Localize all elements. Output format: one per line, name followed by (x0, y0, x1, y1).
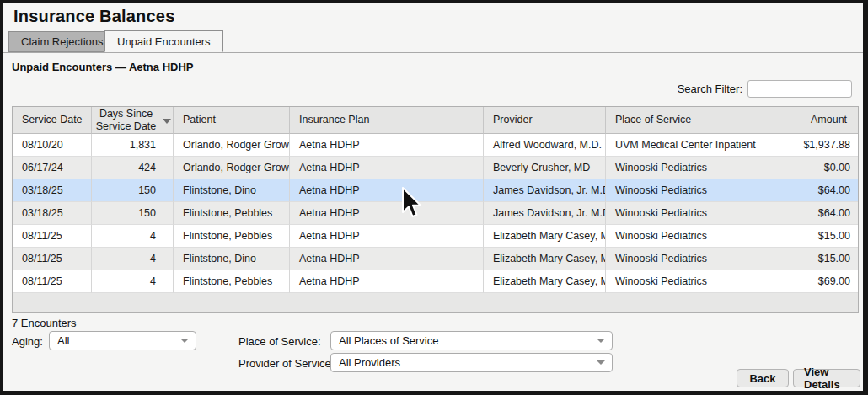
section-heading: Unpaid Encounters — Aetna HDHP (12, 61, 193, 73)
chevron-down-icon (180, 339, 189, 343)
cell-insurance-plan: Aetna HDHP (290, 248, 484, 270)
cell-days-since: 150 (92, 179, 174, 202)
cell-amount: $15.00 (801, 225, 858, 248)
chevron-down-icon (597, 339, 605, 343)
cell-amount: $15.00 (801, 248, 858, 270)
table-empty-area (13, 293, 858, 312)
insurance-balances-window: Insurance Balances Claim Rejections Unpa… (0, 0, 868, 395)
cell-amount: $64.00 (801, 179, 858, 202)
provider-of-service-filter-label: Provider of Service: (238, 357, 334, 370)
cell-days-since: 4 (92, 225, 174, 248)
cell-insurance-plan: Aetna HDHP (290, 270, 484, 293)
view-details-button[interactable]: View Details (793, 369, 860, 387)
cell-service-date: 08/11/25 (13, 270, 92, 293)
cell-patient: Orlando, Rodger Growth (174, 157, 290, 179)
cell-service-date: 08/11/25 (13, 248, 92, 270)
cell-provider: James Davidson, Jr. M.D. (484, 179, 606, 202)
cell-days-since: 4 (92, 270, 174, 293)
column-header-place-of-service[interactable]: Place of Service (606, 107, 801, 134)
place-of-service-filter-dropdown[interactable]: All Places of Service (330, 331, 613, 350)
cell-patient: Flintstone, Dino (174, 248, 290, 270)
cell-service-date: 03/18/25 (13, 202, 92, 225)
cell-patient: Flintstone, Pebbles (174, 270, 290, 293)
cell-amount: $64.00 (801, 202, 858, 225)
column-header-provider[interactable]: Provider (484, 107, 606, 134)
aging-filter-label: Aging: (12, 335, 43, 348)
encounters-table: Service Date Days Since Service Date Pat… (12, 106, 859, 313)
cell-patient: Flintstone, Pebbles (174, 225, 290, 248)
aging-filter-dropdown[interactable]: All (49, 331, 196, 350)
cell-provider: Elizabeth Mary Casey, MD (484, 248, 606, 270)
aging-filter-value: All (57, 334, 69, 347)
cell-provider: Alfred Woodward, M.D. (484, 134, 606, 157)
cell-place-of-service: UVM Medical Center Inpatient (606, 134, 801, 157)
back-button[interactable]: Back (737, 369, 789, 387)
cell-service-date: 08/11/25 (13, 225, 92, 248)
tab-claim-rejections[interactable]: Claim Rejections (8, 31, 116, 52)
search-filter-input[interactable] (747, 80, 852, 98)
cell-insurance-plan: Aetna HDHP (290, 202, 484, 225)
cell-provider: Elizabeth Mary Casey, MD (484, 270, 606, 293)
cell-place-of-service: Winooski Pediatrics (606, 225, 801, 248)
cell-place-of-service: Winooski Pediatrics (606, 202, 801, 225)
cell-service-date: 08/10/20 (13, 134, 92, 157)
search-filter: Search Filter: (678, 80, 852, 98)
cell-amount: $0.00 (801, 157, 858, 179)
cell-days-since: 4 (92, 248, 174, 270)
place-of-service-filter-label: Place of Service: (238, 335, 321, 348)
cell-insurance-plan: Aetna HDHP (290, 179, 484, 202)
column-header-days-since[interactable]: Days Since Service Date (92, 107, 174, 134)
search-filter-label: Search Filter: (678, 83, 742, 95)
cell-amount: $1,937.88 (801, 134, 858, 157)
page-title: Insurance Balances (13, 7, 174, 26)
column-header-service-date[interactable]: Service Date (13, 107, 92, 134)
cell-place-of-service: Winooski Pediatrics (606, 157, 801, 179)
cell-place-of-service: Winooski Pediatrics (606, 179, 801, 202)
cell-amount: $69.00 (801, 270, 858, 293)
cell-days-since: 1,831 (92, 134, 174, 157)
cell-provider: Elizabeth Mary Casey, MD (484, 225, 606, 248)
cell-insurance-plan: Aetna HDHP (290, 225, 484, 248)
cell-patient: Flintstone, Pebbles (174, 202, 290, 225)
cell-insurance-plan: Aetna HDHP (290, 134, 484, 157)
cell-insurance-plan: Aetna HDHP (290, 157, 484, 179)
tab-unpaid-encounters[interactable]: Unpaid Encounters (104, 30, 223, 52)
tab-bar: Claim Rejections Unpaid Encounters (3, 32, 863, 53)
column-header-patient[interactable]: Patient (174, 107, 290, 134)
column-header-insurance-plan[interactable]: Insurance Plan (290, 107, 484, 134)
cell-place-of-service: Winooski Pediatrics (606, 248, 801, 270)
chevron-down-icon (597, 360, 605, 365)
cell-provider: James Davidson, Jr. M.D. (484, 202, 606, 225)
provider-of-service-filter-dropdown[interactable]: All Providers (330, 353, 613, 372)
place-of-service-filter-value: All Places of Service (339, 334, 439, 347)
column-header-amount[interactable]: Amount (801, 107, 858, 134)
cell-service-date: 06/17/24 (13, 157, 92, 179)
cell-days-since: 150 (92, 202, 174, 225)
sort-desc-icon (163, 119, 171, 124)
cell-patient: Orlando, Rodger Growth (174, 134, 290, 157)
cell-days-since: 424 (92, 157, 174, 179)
cell-place-of-service: Winooski Pediatrics (606, 270, 801, 293)
cell-patient: Flintstone, Dino (174, 179, 290, 202)
column-header-days-since-label: Days Since Service Date (94, 108, 158, 132)
cell-provider: Beverly Crusher, MD (484, 157, 606, 179)
cell-service-date: 03/18/25 (13, 179, 92, 202)
provider-of-service-filter-value: All Providers (339, 356, 400, 369)
encounter-count: 7 Encounters (12, 317, 77, 329)
